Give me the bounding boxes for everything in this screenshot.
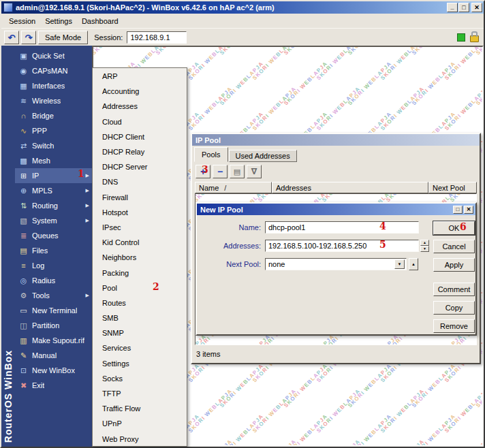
sidebar-item-ppp[interactable]: ∿PPP xyxy=(15,123,92,138)
queues-icon: ≣ xyxy=(18,232,29,240)
column-header-next-pool[interactable]: Next Pool xyxy=(428,182,477,193)
sidebar-item-queues[interactable]: ≣Queues xyxy=(15,228,92,243)
sidebar-item-mesh[interactable]: ▩Mesh xyxy=(15,153,92,168)
submenu-item-services[interactable]: Services xyxy=(93,340,187,355)
submenu-item-web-proxy[interactable]: Web Proxy xyxy=(93,432,187,447)
filter-button[interactable]: ∇ xyxy=(247,165,262,178)
submenu-item-settings[interactable]: Settings xyxy=(93,356,187,371)
copy-button[interactable]: Copy xyxy=(433,301,475,315)
dialog-close-button[interactable]: ✕ xyxy=(464,206,473,214)
sidebar-item-system[interactable]: ▧System▶ xyxy=(15,213,92,228)
system-icon: ▧ xyxy=(18,217,29,225)
submenu-item-dns[interactable]: DNS xyxy=(93,174,187,189)
submenu-item-tftp[interactable]: TFTP xyxy=(93,386,187,401)
sidebar-item-exit[interactable]: ✖Exit xyxy=(15,378,92,393)
next-pool-row: Next Pool: none ▼ ▲ xyxy=(197,258,418,270)
next-pool-select[interactable]: none ▼ xyxy=(265,258,407,270)
next-pool-dropdown-icon[interactable]: ▼ xyxy=(394,259,405,269)
submenu-item-accounting[interactable]: Accounting xyxy=(93,84,187,99)
sidebar-item-mpls[interactable]: ⊕MPLS▶ xyxy=(15,183,92,198)
submenu-arrow-icon: ▶ xyxy=(86,173,90,178)
add-pool-button[interactable]: + xyxy=(195,165,210,178)
list-button[interactable]: ▤ xyxy=(230,165,245,178)
dialog-titlebar[interactable]: New IP Pool □ ✕ xyxy=(197,204,475,215)
menu-session[interactable]: Session xyxy=(4,16,40,27)
sidebar-item-interfaces[interactable]: ▦Interfaces xyxy=(15,78,92,93)
ppp-icon: ∿ xyxy=(18,127,29,135)
sidebar-item-files[interactable]: ▤Files xyxy=(15,243,92,258)
sidebar-item-ip[interactable]: ⊞IP▶ xyxy=(15,168,92,183)
sidebar-item-routing[interactable]: ⇅Routing▶ xyxy=(15,198,92,213)
sidebar-item-label: Manual xyxy=(32,351,57,359)
next-pool-up-button[interactable]: ▲ xyxy=(409,258,418,270)
submenu-item-firewall[interactable]: Firewall xyxy=(93,190,187,205)
sidebar-item-partition[interactable]: ◫Partition xyxy=(15,318,92,333)
addresses-input[interactable]: 192.168.5.100-192.168.5.250 xyxy=(265,240,419,252)
submenu-item-ipsec[interactable]: IPsec xyxy=(93,220,187,235)
sidebar-item-label: IP xyxy=(32,172,39,180)
apply-button[interactable]: Apply xyxy=(433,258,475,272)
sidebar-item-label: New WinBox xyxy=(32,366,75,374)
submenu-item-dhcp-relay[interactable]: DHCP Relay xyxy=(93,144,187,159)
name-input[interactable]: dhcp-pool1 xyxy=(265,221,419,234)
submenu-item-upnp[interactable]: UPnP xyxy=(93,416,187,431)
session-label: Session: xyxy=(94,33,123,42)
connection-status-icon xyxy=(457,33,465,42)
cancel-button[interactable]: Cancel xyxy=(433,240,475,253)
ip-pool-titlebar[interactable]: IP Pool xyxy=(192,134,480,146)
sidebar: 1 ▣Quick Set◉CAPsMAN▦Interfaces≋Wireless… xyxy=(15,46,92,447)
submenu-item-hotspot[interactable]: Hotspot xyxy=(93,205,187,220)
submenu-item-cloud[interactable]: Cloud xyxy=(93,114,187,129)
ip-pool-title: IP Pool xyxy=(195,136,221,144)
sidebar-item-tools[interactable]: ⚙Tools▶ xyxy=(15,288,92,303)
sidebar-item-new-winbox[interactable]: ⊡New WinBox xyxy=(15,363,92,378)
ok-button[interactable]: OK xyxy=(433,221,475,235)
redo-button[interactable]: ↷ xyxy=(21,31,36,44)
sidebar-item-make-supout-rif[interactable]: ▥Make Supout.rif xyxy=(15,333,92,348)
remove-pool-button[interactable]: − xyxy=(213,165,228,178)
safe-mode-button[interactable]: Safe Mode xyxy=(38,31,88,44)
submenu-item-routes[interactable]: Routes xyxy=(93,295,187,310)
wireless-icon: ≋ xyxy=(18,97,29,105)
close-button[interactable]: ✕ xyxy=(471,3,482,12)
tab-pools[interactable]: Pools xyxy=(194,147,228,162)
sidebar-item-quick-set[interactable]: ▣Quick Set xyxy=(15,48,92,63)
sidebar-item-capsman[interactable]: ◉CAPsMAN xyxy=(15,63,92,78)
submenu-item-kid-control[interactable]: Kid Control xyxy=(93,235,187,250)
sidebar-item-label: Make Supout.rif xyxy=(32,336,84,345)
submenu-item-neighbors[interactable]: Neighbors xyxy=(93,250,187,265)
addresses-down-button[interactable]: ▼ xyxy=(420,246,429,252)
sidebar-item-wireless[interactable]: ≋Wireless xyxy=(15,93,92,108)
submenu-item-arp[interactable]: ARP xyxy=(93,69,187,84)
submenu-item-dhcp-server[interactable]: DHCP Server xyxy=(93,159,187,174)
sidebar-item-radius[interactable]: ◎Radius xyxy=(15,273,92,288)
submenu-item-traffic-flow[interactable]: Traffic Flow xyxy=(93,401,187,416)
sidebar-item-new-terminal[interactable]: ▭New Terminal xyxy=(15,303,92,318)
submenu-item-dhcp-client[interactable]: DHCP Client xyxy=(93,129,187,144)
submenu-item-pool[interactable]: Pool xyxy=(93,281,187,295)
sidebar-item-log[interactable]: ≡Log xyxy=(15,258,92,273)
remove-button[interactable]: Remove xyxy=(433,319,475,333)
sidebar-item-switch[interactable]: ⇄Switch xyxy=(15,138,92,153)
winbox-main-window: admin@192.168.9.1 (Skori-hAPac^2) - WinB… xyxy=(0,0,485,448)
submenu-item-snmp[interactable]: SNMP xyxy=(93,325,187,340)
submenu-item-packing[interactable]: Packing xyxy=(93,265,187,280)
tab-used-addresses[interactable]: Used Addresses xyxy=(229,150,297,162)
column-header-addresses[interactable]: Addresses xyxy=(272,182,428,193)
minimize-button[interactable]: _ xyxy=(447,3,458,12)
maximize-button[interactable]: □ xyxy=(458,3,469,12)
addresses-up-button[interactable]: ▲ xyxy=(420,240,429,246)
menu-dashboard[interactable]: Dashboard xyxy=(77,16,123,27)
submenu-item-socks[interactable]: Socks xyxy=(93,371,187,386)
session-field[interactable]: 192.168.9.1 xyxy=(127,31,187,44)
sidebar-item-bridge[interactable]: ∩Bridge xyxy=(15,108,92,123)
column-header-name[interactable]: Name/ xyxy=(195,182,272,193)
comment-button[interactable]: Comment xyxy=(433,283,475,296)
submenu-item-smb[interactable]: SMB xyxy=(93,310,187,325)
submenu-item-addresses[interactable]: Addresses xyxy=(93,99,187,114)
dialog-restore-button[interactable]: □ xyxy=(453,206,463,214)
sidebar-item-manual[interactable]: ✎Manual xyxy=(15,348,92,363)
menu-settings[interactable]: Settings xyxy=(40,16,77,27)
undo-button[interactable]: ↶ xyxy=(4,31,19,44)
interfaces-icon: ▦ xyxy=(18,82,29,90)
